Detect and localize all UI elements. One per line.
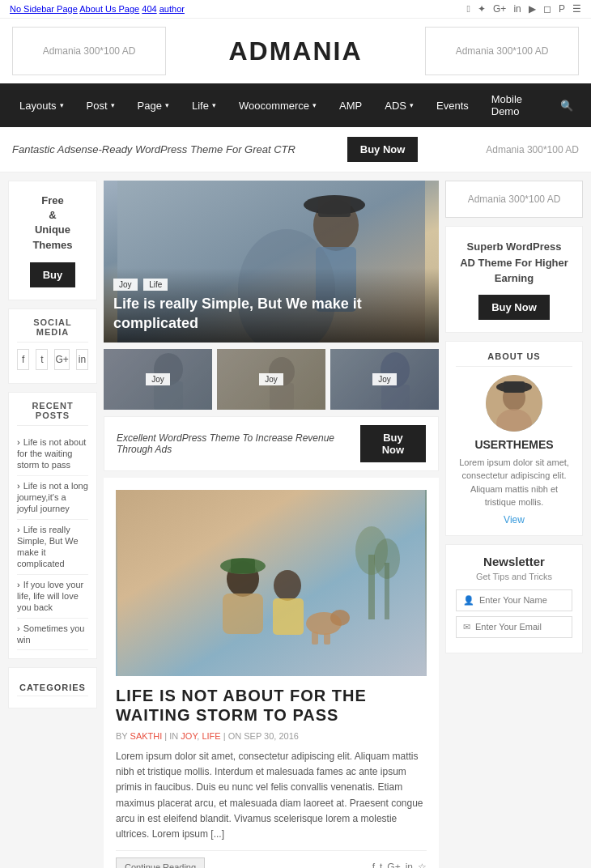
caret-icon: ▾	[410, 101, 414, 109]
recent-post-item[interactable]: Life is not about for the waiting storm …	[17, 432, 88, 476]
pinterest-icon[interactable]: P	[559, 3, 565, 15]
top-bar-links: No Sidebar Page About Us Page 404 author	[10, 4, 185, 14]
header-ad-left: Admania 300*100 AD	[12, 27, 166, 75]
name-input[interactable]	[479, 595, 565, 605]
nav-events[interactable]: Events	[425, 90, 480, 121]
about-text: Lorem ipsum dolor sit amet, consectetur …	[456, 456, 572, 509]
header: Admania 300*100 AD ADMANIA Admania 300*1…	[0, 19, 591, 83]
topbar-link-about[interactable]: About Us Page	[79, 4, 139, 14]
svg-point-22	[330, 610, 350, 626]
svg-rect-16	[223, 594, 263, 634]
meta-author-link[interactable]: SAKTHI	[130, 731, 163, 741]
linkedin-social-icon[interactable]: in	[76, 349, 88, 370]
continue-reading-button[interactable]: Continue Reading	[116, 857, 205, 868]
top-banner: Fantastic Adsense-Ready WordPress Theme …	[0, 127, 591, 172]
nav-mobile-demo[interactable]: Mobile Demo	[480, 83, 551, 127]
caret-icon: ▾	[111, 101, 115, 109]
about-us-title: ABOUT US	[456, 351, 572, 367]
topbar-link-no-sidebar[interactable]: No Sidebar Page	[10, 4, 78, 14]
recent-posts-list: Life is not about for the waiting storm …	[17, 432, 88, 650]
caret-icon: ▾	[60, 101, 64, 109]
small-post-tag-2: Joy	[259, 373, 283, 385]
svg-rect-18	[231, 559, 255, 573]
about-us-box: ABOUT US USERTHEMES Lorem ipsum dolor si…	[445, 341, 583, 536]
newsletter-box: Newsletter Get Tips and Tricks 👤 ✉	[445, 544, 583, 653]
featured-title: Life is really Simple, But We make it co…	[113, 295, 429, 333]
nav-life[interactable]: Life ▾	[181, 90, 227, 121]
content-ad-banner: Excellent WordPress Theme To Increase Re…	[104, 416, 439, 471]
article-star-icon[interactable]: ☆	[418, 862, 427, 868]
free-themes-text: Free&UniqueThemes	[17, 194, 88, 253]
banner-text: Fantastic Adsense-Ready WordPress Theme …	[12, 143, 296, 155]
linkedin-icon[interactable]: in	[513, 3, 521, 15]
email-input[interactable]	[475, 622, 565, 632]
content-ad-text: Excellent WordPress Theme To Increase Re…	[117, 432, 360, 455]
recent-post-item[interactable]: Life is really Simple, But We make it co…	[17, 520, 88, 575]
google-plus-social-icon[interactable]: G+	[54, 349, 69, 370]
meta-by: BY	[116, 731, 127, 741]
featured-tags: Joy Life	[113, 278, 429, 290]
sidebar-right: Admania 300*100 AD Superb WordPress AD T…	[445, 181, 583, 868]
main-article: LIFE IS NOT ABOUT FOR THE WAITING STORM …	[104, 478, 439, 868]
recent-post-item[interactable]: Sometimes you win	[17, 619, 88, 651]
main-nav: Layouts ▾ Post ▾ Page ▾ Life ▾ Woocommer…	[0, 83, 591, 127]
recent-post-item[interactable]: If you love your life, life will love yo…	[17, 575, 88, 619]
nav-layouts[interactable]: Layouts ▾	[8, 90, 75, 121]
article-facebook-icon[interactable]: f	[372, 862, 375, 868]
small-post-overlay-2: Joy	[217, 349, 325, 410]
facebook-icon[interactable]: 	[466, 3, 470, 15]
meta-date: ON SEP 30, 2016	[228, 731, 299, 741]
categories-title: CATEGORIES	[17, 676, 88, 696]
svg-rect-14	[117, 490, 425, 676]
svg-point-28	[374, 538, 400, 579]
content-center: Joy Life Life is really Simple, But We m…	[104, 181, 439, 868]
small-post-tag-3: Joy	[372, 373, 397, 385]
content-ad-buy-button[interactable]: Buy Now	[360, 425, 426, 462]
twitter-icon[interactable]: ✦	[478, 3, 486, 15]
youtube-icon[interactable]: ▶	[529, 3, 536, 15]
nav-post[interactable]: Post ▾	[75, 90, 126, 121]
promo-buy-button[interactable]: Buy Now	[478, 295, 550, 320]
caret-icon: ▾	[212, 101, 216, 109]
nav-amp[interactable]: AMP	[328, 90, 373, 121]
recent-post-item[interactable]: Life is not a long journey,it's a joyful…	[17, 476, 88, 520]
header-ad-right: Admania 300*100 AD	[425, 27, 579, 75]
topbar-link-404[interactable]: 404	[142, 4, 156, 14]
nav-page[interactable]: Page ▾	[126, 90, 181, 121]
facebook-social-icon[interactable]: f	[17, 349, 29, 370]
article-google-plus-icon[interactable]: G+	[387, 862, 400, 868]
search-icon[interactable]: 🔍	[551, 90, 583, 121]
article-footer: Continue Reading f t G+ in ☆	[116, 850, 427, 868]
nav-woocommerce[interactable]: Woocommerce ▾	[227, 90, 328, 121]
topbar-link-author[interactable]: author	[159, 4, 185, 14]
site-logo[interactable]: ADMANIA	[228, 36, 362, 66]
buy-themes-button[interactable]: Buy	[30, 262, 76, 287]
featured-tag-life[interactable]: Life	[143, 279, 168, 291]
meta-cat1-link[interactable]: JOY	[181, 731, 197, 741]
article-title: LIFE IS NOT ABOUT FOR THE WAITING STORM …	[116, 686, 427, 725]
small-post-3[interactable]: Joy	[330, 349, 439, 410]
instagram-icon[interactable]: ◻	[543, 3, 551, 15]
svg-rect-23	[312, 632, 318, 645]
small-post-1[interactable]: Joy	[104, 349, 212, 410]
svg-rect-33	[504, 381, 525, 393]
right-promo-box: Superb WordPress AD Theme For Higher Ear…	[445, 226, 583, 333]
twitter-social-icon[interactable]: t	[36, 349, 48, 370]
rss-icon[interactable]: ☰	[572, 3, 581, 15]
banner-buy-button[interactable]: Buy Now	[347, 137, 419, 162]
google-plus-icon[interactable]: G+	[493, 3, 506, 15]
article-linkedin-icon[interactable]: in	[406, 862, 413, 868]
nav-ads[interactable]: ADS ▾	[373, 90, 425, 121]
free-themes-box: Free&UniqueThemes Buy	[8, 181, 97, 300]
top-bar-social:  ✦ G+ in ▶ ◻ P ☰	[461, 3, 581, 15]
article-image	[116, 490, 427, 676]
small-posts-grid: Joy Joy	[104, 349, 439, 410]
caret-icon: ▾	[165, 101, 169, 109]
small-post-2[interactable]: Joy	[217, 349, 325, 410]
view-link[interactable]: View	[456, 514, 572, 525]
article-twitter-icon[interactable]: t	[380, 862, 382, 868]
svg-point-19	[274, 570, 301, 601]
small-post-overlay-3: Joy	[330, 349, 439, 410]
featured-tag-joy[interactable]: Joy	[113, 279, 138, 291]
meta-cat2-link[interactable]: LIFE	[202, 731, 220, 741]
